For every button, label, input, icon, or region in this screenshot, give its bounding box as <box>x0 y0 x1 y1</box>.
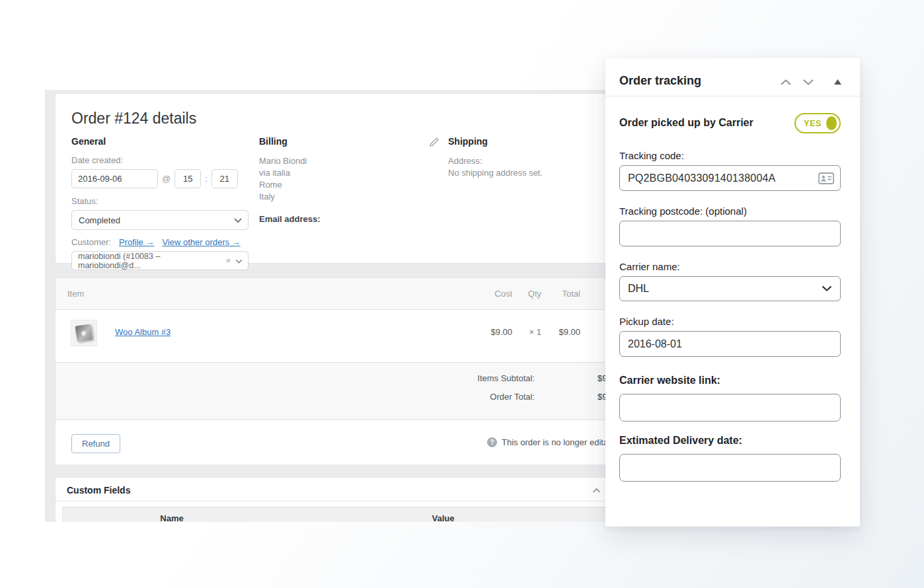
pickup-date-label: Pickup date: <box>619 316 841 327</box>
customer-label: Customer: <box>71 237 111 247</box>
order-items-card: Item Cost Qty Total Woo Album #3 $9.00 ×… <box>55 277 613 464</box>
order-tracking-title: Order tracking <box>619 74 701 88</box>
pickup-date-input[interactable] <box>619 331 841 357</box>
toggle-knob <box>826 116 837 130</box>
not-editable-note: This order is no longer editable. <box>502 437 620 447</box>
customer-select[interactable]: mariobiondi (#10083 – mariobiondi@d... × <box>71 251 249 270</box>
carrier-value: DHL <box>628 283 649 295</box>
billing-name: Mario Biondi <box>259 155 438 167</box>
tracking-code-input[interactable] <box>619 165 841 191</box>
item-cost: $9.00 <box>490 327 512 337</box>
admin-page-background: Order #124 details General Date created:… <box>45 90 620 522</box>
page-title: Order #124 details <box>71 110 196 128</box>
column-value: Value <box>281 513 605 523</box>
chevron-down-icon <box>234 215 242 225</box>
carrier-website-label: Carrier website link: <box>619 375 841 386</box>
order-totals: Items Subtotal: $9.00 Order Total: $9.00 <box>56 362 613 420</box>
product-link[interactable]: Woo Album #3 <box>115 327 171 337</box>
column-total: Total <box>562 289 580 299</box>
order-details-card: Order #124 details General Date created:… <box>55 93 613 264</box>
column-item: Item <box>67 289 84 299</box>
time-separator: : <box>205 174 208 184</box>
date-created-label: Date created: <box>71 155 249 165</box>
product-thumbnail <box>71 320 97 346</box>
tracking-code-label: Tracking code: <box>619 150 841 161</box>
clear-customer-icon[interactable]: × <box>225 256 231 266</box>
column-name: Name <box>63 513 281 523</box>
order-tracking-panel: Order tracking Order picked up by Carrie… <box>605 58 860 527</box>
shipping-address-label: Address: <box>448 155 607 167</box>
album-disc-image <box>75 324 93 342</box>
billing-section: Billing Mario Biondi via italia Rome Ita… <box>259 136 438 224</box>
estimated-delivery-label: Extimated Delivery date: <box>619 435 841 447</box>
tracking-postcode-input[interactable] <box>619 221 841 246</box>
customer-value: mariobiondi (#10083 – mariobiondi@d... <box>78 252 219 270</box>
billing-street: via italia <box>259 167 438 179</box>
collapse-triangle-icon[interactable] <box>830 75 845 89</box>
carrier-name-label: Carrier name: <box>619 261 841 272</box>
edit-billing-pencil-icon[interactable] <box>429 137 439 150</box>
order-tracking-header: Order tracking <box>605 58 860 96</box>
order-hour-input[interactable] <box>174 169 201 188</box>
estimated-delivery-input[interactable] <box>619 454 841 482</box>
order-minute-input[interactable] <box>212 169 238 188</box>
column-qty: Qty <box>528 289 541 299</box>
help-icon[interactable]: ? <box>487 437 497 447</box>
billing-city: Rome <box>259 179 438 191</box>
general-section: General Date created: @ : Status: Comple… <box>71 136 249 270</box>
chevron-down-icon <box>822 283 832 295</box>
toggle-yes-label: YES <box>804 118 822 128</box>
billing-country: Italy <box>259 191 438 203</box>
at-symbol: @ <box>162 174 171 184</box>
carrier-website-input[interactable] <box>619 394 841 422</box>
items-subtotal-label: Items Subtotal: <box>477 373 535 383</box>
carrier-select[interactable]: DHL <box>619 276 841 301</box>
status-value: Completed <box>79 215 120 225</box>
profile-link[interactable]: Profile → <box>119 237 154 247</box>
custom-fields-table-header: Name Value <box>62 507 606 522</box>
contact-card-icon[interactable] <box>818 172 834 187</box>
status-select[interactable]: Completed <box>71 210 249 230</box>
shipping-address-value: No shipping address set. <box>448 167 607 179</box>
tracking-postcode-label: Tracking postcode: (optional) <box>619 205 841 217</box>
item-total: $9.00 <box>558 327 580 337</box>
order-total-label: Order Total: <box>490 392 535 402</box>
move-up-icon[interactable] <box>779 75 793 89</box>
move-down-icon[interactable] <box>801 75 816 89</box>
billing-heading: Billing <box>259 136 438 147</box>
column-cost: Cost <box>494 289 512 299</box>
item-qty: × 1 <box>529 327 541 337</box>
shipping-section: Shipping Address: No shipping address se… <box>448 136 607 179</box>
status-label: Status: <box>71 196 249 206</box>
table-row: Woo Album #3 $9.00 × 1 $9.00 <box>56 310 613 362</box>
items-table-header: Item Cost Qty Total <box>56 278 613 310</box>
refund-button[interactable]: Refund <box>71 434 120 453</box>
view-other-orders-link[interactable]: View other orders → <box>162 237 240 247</box>
email-address-label: Email address: <box>259 214 438 224</box>
items-actions-row: Refund ? This order is no longer editabl… <box>56 420 613 464</box>
order-date-input[interactable] <box>71 169 158 188</box>
picked-up-toggle[interactable]: YES <box>794 113 841 133</box>
collapse-chevron-icon[interactable] <box>592 484 601 496</box>
picked-up-label: Order picked up by Carrier <box>619 117 753 129</box>
custom-fields-card: Custom Fields Name Value <box>55 477 613 522</box>
custom-fields-heading: Custom Fields <box>67 485 130 496</box>
shipping-heading: Shipping <box>448 136 607 147</box>
general-heading: General <box>71 136 249 147</box>
chevron-down-icon <box>235 256 243 266</box>
